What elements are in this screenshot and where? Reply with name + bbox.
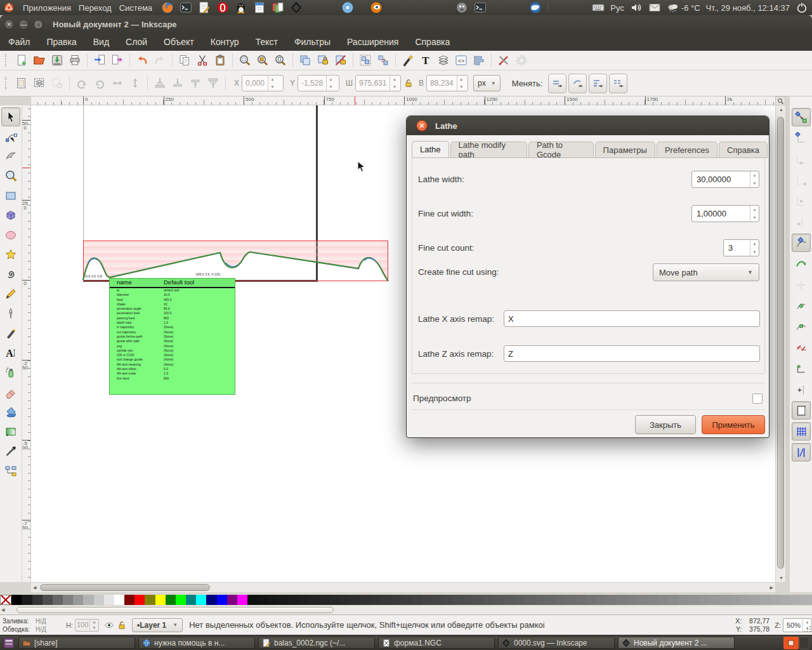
scroll-right-arrow[interactable]: ▶: [770, 585, 773, 590]
spray-tool-button[interactable]: [1, 363, 20, 382]
gimp-icon[interactable]: [455, 1, 468, 14]
workspace-switcher[interactable]: [783, 637, 809, 649]
power-icon[interactable]: [796, 1, 808, 14]
height-field[interactable]: 88,234▲▼: [426, 75, 468, 91]
rotcw-button[interactable]: [91, 75, 108, 91]
text-editor-icon[interactable]: [198, 1, 211, 14]
writer-icon[interactable]: [253, 1, 266, 14]
palette-swatch[interactable]: [350, 595, 360, 605]
palette-swatch[interactable]: [668, 595, 678, 605]
import-button[interactable]: [91, 52, 108, 69]
palette-swatch[interactable]: [617, 595, 627, 605]
palette-swatch[interactable]: [761, 595, 771, 605]
palette-swatch[interactable]: [227, 595, 237, 605]
layer-visibility-eye-icon[interactable]: [104, 620, 114, 630]
calligraphy-tool-button[interactable]: [1, 324, 20, 343]
palette-swatch[interactable]: [22, 595, 32, 605]
palette-swatch[interactable]: [114, 595, 124, 605]
inkscape-title-bar[interactable]: ✕ — ▢ Новый документ 2 — Inkscape: [0, 15, 812, 33]
palette-swatch[interactable]: [648, 595, 658, 605]
snap-guide-toggle[interactable]: [792, 443, 811, 461]
palette-swatch[interactable]: [750, 595, 761, 605]
files-icon[interactable]: [272, 1, 284, 14]
panel-menu-система[interactable]: Система: [115, 3, 156, 13]
clone-button[interactable]: [315, 52, 331, 69]
snap-node-toggle[interactable]: [792, 234, 811, 252]
fine-cut-width-spinner[interactable]: 1,00000▲▼: [691, 205, 759, 222]
menu-фильтры[interactable]: Фильтры: [286, 34, 339, 50]
task-button[interactable]: [share]: [18, 637, 135, 649]
undo-button[interactable]: [134, 52, 150, 69]
window-list-applet-icon[interactable]: [3, 637, 15, 649]
selectall-button[interactable]: [13, 75, 30, 91]
scroll-left-arrow[interactable]: ◀: [33, 585, 36, 590]
palette-swatch[interactable]: [309, 595, 319, 605]
menu-правка[interactable]: Правка: [38, 34, 84, 50]
connector-tool-button[interactable]: [1, 461, 20, 481]
palette-swatch[interactable]: [166, 595, 176, 605]
volume-icon[interactable]: [630, 1, 643, 14]
window-resize-grip[interactable]: [803, 626, 811, 633]
node-tool-button[interactable]: [1, 127, 20, 146]
vertical-scrollbar[interactable]: ▲ ▼: [775, 105, 785, 582]
palette-swatch[interactable]: [606, 595, 617, 605]
panel-menu-переход[interactable]: Переход: [75, 3, 115, 13]
opacity-spinner[interactable]: 100▲▼: [75, 619, 99, 632]
palette-swatch[interactable]: [391, 595, 402, 605]
palette-swatch[interactable]: [689, 595, 699, 605]
toolbar-handle[interactable]: [5, 77, 10, 90]
inkscape-icon[interactable]: [290, 1, 303, 14]
zoom-draw-button[interactable]: [254, 52, 271, 69]
pencil-tool-button[interactable]: [1, 284, 20, 303]
palette-swatch[interactable]: [206, 595, 216, 605]
snap-intersection-toggle[interactable]: [792, 275, 811, 294]
close-button[interactable]: Закрыть: [635, 415, 696, 434]
bucket-tool-button[interactable]: [1, 402, 20, 421]
zoom-page-button[interactable]: [272, 52, 289, 69]
deselect-button[interactable]: [49, 75, 65, 91]
fliph-button[interactable]: [109, 75, 126, 91]
palette-swatch[interactable]: [565, 595, 575, 605]
ungroup-button[interactable]: [375, 52, 391, 69]
menu-контур[interactable]: Контур: [202, 34, 247, 50]
palette-swatch[interactable]: [596, 595, 606, 605]
eraser-tool-button[interactable]: [1, 383, 20, 402]
snap-master-toggle[interactable]: [792, 108, 811, 126]
rotccw-button[interactable]: [74, 75, 90, 91]
mail-icon[interactable]: [648, 1, 661, 14]
prefs-button[interactable]: [513, 52, 530, 69]
lathe-x-remap-input[interactable]: [504, 310, 760, 327]
palette-swatch[interactable]: [289, 595, 299, 605]
keyboard-layout-indicator[interactable]: Рус: [610, 3, 624, 13]
menu-слой[interactable]: Слой: [117, 34, 155, 50]
palette-swatch[interactable]: [771, 595, 781, 605]
palette-swatch[interactable]: [463, 595, 473, 605]
vertical-ruler[interactable]: 5002500-250-500-750: [22, 105, 31, 582]
tab-справка[interactable]: Справка: [719, 142, 768, 158]
palette-swatch[interactable]: [432, 595, 442, 605]
palette-swatch[interactable]: [319, 595, 329, 605]
task-button[interactable]: форма1.NGC: [378, 637, 495, 649]
palette-none-swatch[interactable]: [0, 595, 11, 605]
palette-swatch[interactable]: [360, 595, 370, 605]
palette-swatch[interactable]: [340, 595, 350, 605]
palette-swatch[interactable]: [370, 595, 381, 605]
unlink-button[interactable]: [332, 52, 349, 69]
palette-swatch[interactable]: [247, 595, 258, 605]
palette-swatch[interactable]: [32, 595, 43, 605]
snap-cusp-toggle[interactable]: [792, 296, 811, 315]
palette-swatch[interactable]: [453, 595, 463, 605]
palette-swatch[interactable]: [545, 595, 555, 605]
fillstroke-button[interactable]: [400, 52, 416, 69]
palette-swatch[interactable]: [402, 595, 412, 605]
affect-corners-toggle[interactable]: [589, 74, 607, 93]
snap-bbox-toggle[interactable]: [792, 129, 811, 147]
palette-swatch[interactable]: [658, 595, 668, 605]
affect-grid-toggle[interactable]: [609, 74, 627, 93]
palette-swatch[interactable]: [43, 595, 53, 605]
palette-swatch[interactable]: [217, 595, 227, 605]
palette-swatch[interactable]: [176, 595, 186, 605]
text-tool-button[interactable]: A: [1, 343, 20, 362]
palette-swatch[interactable]: [145, 595, 155, 605]
window-close-button[interactable]: ✕: [4, 19, 15, 30]
